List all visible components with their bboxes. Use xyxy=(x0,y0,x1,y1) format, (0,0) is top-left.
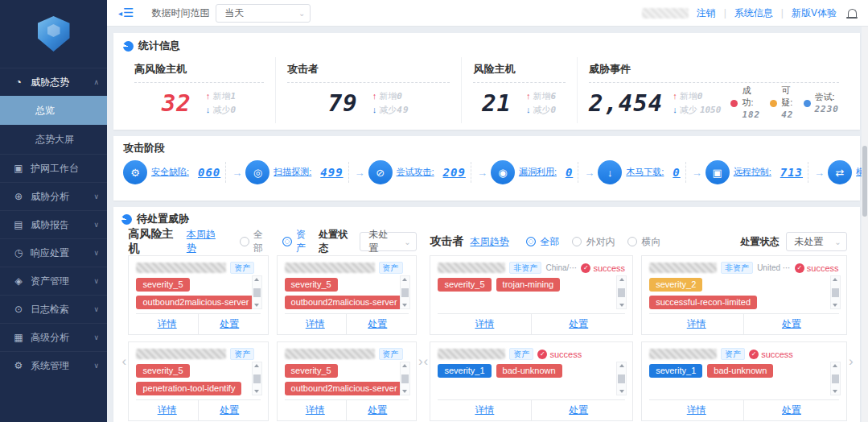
sidebar-item-threat-report[interactable]: ▤ 威胁报告 ∨ xyxy=(0,210,107,238)
card-scrollbar[interactable] xyxy=(400,275,410,309)
threat-type-tag: bad-unknown xyxy=(496,364,562,378)
scroll-up-icon xyxy=(402,364,407,367)
scroll-down-icon xyxy=(402,390,407,393)
scroll-up-icon xyxy=(833,364,837,367)
ip-blurred xyxy=(438,349,505,359)
sidebar-item-threat-analysis[interactable]: ⊕ 威胁分析 ∨ xyxy=(0,182,107,210)
legend-attempt: 尝试:2230 xyxy=(804,91,840,116)
success-badge: ✓success xyxy=(537,350,582,359)
sidebar-item-asset-management[interactable]: ◈ 资产管理 ∨ xyxy=(0,267,107,295)
bug-icon[interactable]: ⚙ xyxy=(123,160,147,184)
non-asset-tag: 非资产 xyxy=(509,262,541,274)
asset-tag: 资产 xyxy=(379,262,403,274)
status-select[interactable]: 未处置 ⌄ xyxy=(786,232,847,251)
scrollbar-thumb[interactable] xyxy=(862,146,867,217)
severity-tag: severity_5 xyxy=(136,364,189,378)
download-icon[interactable]: ↓ xyxy=(598,160,622,184)
attack-icon[interactable]: ⊘ xyxy=(368,160,393,184)
chevron-down-icon: ⌄ xyxy=(397,238,410,246)
detail-link[interactable]: 详情 xyxy=(306,403,325,417)
risk-hosts-value: 21 xyxy=(482,89,512,117)
handle-link[interactable]: 处置 xyxy=(220,317,239,331)
scroll-up-icon xyxy=(619,364,624,367)
radio-all[interactable]: 全部 xyxy=(526,235,559,249)
radio-asset[interactable]: 资产 xyxy=(282,228,312,255)
card-scrollbar[interactable] xyxy=(252,275,262,309)
remote-control-icon[interactable]: ▣ xyxy=(706,160,730,184)
threat-type-tag: outbound2malicious-server xyxy=(285,382,404,395)
sidebar-item-situation-screen[interactable]: 态势大屏 xyxy=(0,125,107,154)
card-scrollbar[interactable] xyxy=(830,362,841,395)
detail-link[interactable]: 详情 xyxy=(306,317,325,331)
logout-link[interactable]: 注销 xyxy=(697,6,716,20)
chevron-up-icon: ∧ xyxy=(93,78,99,86)
card-scrollbar[interactable] xyxy=(616,275,627,309)
sidebar-item-overview[interactable]: 总览 xyxy=(0,96,107,125)
handle-link[interactable]: 处置 xyxy=(569,317,588,331)
sidebar-item-hw-workbench[interactable]: ▣ 护网工作台 xyxy=(0,154,107,182)
time-range-select[interactable]: 当天 ⌄ xyxy=(216,4,311,23)
legend-success: 成功:182 xyxy=(730,85,760,122)
check-icon: ✓ xyxy=(749,350,759,359)
detail-link[interactable]: 详情 xyxy=(687,317,706,331)
stats-panel: 统计信息 高风险主机 32 ↑ 新增1 ↓ 减少0 攻击者 79 ↑ 新增 xyxy=(113,33,860,130)
success-badge: ✓success xyxy=(795,263,839,273)
threat-card: 资产 severity_5 penetration-tool-identify … xyxy=(128,341,268,421)
card-scrollbar[interactable] xyxy=(830,275,841,309)
severity-tag: severity_2 xyxy=(649,278,702,292)
chevron-down-icon: ∨ xyxy=(93,333,99,341)
stage-remote-control: ▣ 远程控制: 713 xyxy=(706,160,808,184)
weekly-trend-link[interactable]: 本周趋势 xyxy=(470,235,508,249)
card-scrollbar[interactable] xyxy=(252,362,262,395)
high-risk-hosts-value: 32 xyxy=(162,89,191,117)
stats-title: 统计信息 xyxy=(123,39,850,53)
weekly-trend-link[interactable]: 本周趋势 xyxy=(187,228,222,255)
attack-stages-title: 攻击阶段 xyxy=(123,141,850,155)
pending-threats-title: 待处置威胁 xyxy=(121,212,854,226)
detail-link[interactable]: 详情 xyxy=(475,317,494,331)
scroll-down-icon xyxy=(833,304,837,307)
carousel-right-icon[interactable]: › xyxy=(849,230,854,421)
up-arrow-icon: ↑ xyxy=(372,91,377,101)
sidebar-item-threat-situation[interactable]: ◔ 威胁态势 ∧ xyxy=(0,68,107,96)
threat-card: 资产 severity_5 outbound2malicious-server … xyxy=(277,341,417,421)
exploit-icon[interactable]: ◉ xyxy=(491,160,515,184)
pending-threats-panel: 待处置威胁 ‹ 高风险主机 本周趋势 全部 资产 处置状态 未处置 xyxy=(113,207,860,422)
collapse-sidebar-icon[interactable]: ◂ ☰ xyxy=(118,6,134,20)
handle-link[interactable]: 处置 xyxy=(220,403,239,417)
detail-link[interactable]: 详情 xyxy=(158,317,177,331)
radio-lateral[interactable]: 横向 xyxy=(627,235,660,249)
detail-link[interactable]: 详情 xyxy=(687,403,706,417)
sidebar-item-response-handling[interactable]: ◷ 响应处置 ∨ xyxy=(0,238,107,267)
scroll-down-icon xyxy=(254,304,259,307)
analysis-icon: ⊕ xyxy=(13,191,24,202)
orange-dot-icon xyxy=(770,100,777,107)
radar-icon[interactable]: ◎ xyxy=(245,160,269,184)
scroll-down-icon xyxy=(833,390,837,393)
sidebar-item-advanced-analysis[interactable]: ▦ 高级分析 ∨ xyxy=(0,323,107,351)
chevron-down-icon: ∨ xyxy=(93,362,99,370)
status-select[interactable]: 未处置 ⌄ xyxy=(360,232,416,251)
radio-external-to-internal[interactable]: 外对内 xyxy=(572,235,615,249)
sidebar-item-log-search[interactable]: ⊙ 日志检索 ∨ xyxy=(0,295,107,323)
radio-all[interactable]: 全部 xyxy=(240,228,269,255)
card-scrollbar[interactable] xyxy=(400,362,410,395)
handle-link[interactable]: 处置 xyxy=(782,317,801,331)
page-scrollbar[interactable] xyxy=(862,27,868,422)
handle-link[interactable]: 处置 xyxy=(782,403,801,417)
handle-link[interactable]: 处置 xyxy=(368,317,387,331)
new-version-link[interactable]: 新版V体验 xyxy=(792,6,837,20)
lateral-icon[interactable]: ⇄ xyxy=(828,160,852,184)
red-dot-icon xyxy=(730,100,738,107)
stage-exploit: ◉ 漏洞利用: 0 xyxy=(491,160,578,184)
bell-icon[interactable] xyxy=(848,9,857,17)
handle-link[interactable]: 处置 xyxy=(368,403,387,417)
detail-link[interactable]: 详情 xyxy=(475,403,494,417)
sidebar-item-system-management[interactable]: ⚙ 系统管理 ∨ xyxy=(0,351,107,379)
gear-icon: ⚙ xyxy=(13,360,24,371)
threat-card: 资产 severity_5 outbound2malicious-server … xyxy=(128,255,268,335)
card-scrollbar[interactable] xyxy=(616,362,627,395)
system-info-link[interactable]: 系统信息 xyxy=(734,6,773,20)
detail-link[interactable]: 详情 xyxy=(158,403,177,417)
handle-link[interactable]: 处置 xyxy=(569,403,588,417)
